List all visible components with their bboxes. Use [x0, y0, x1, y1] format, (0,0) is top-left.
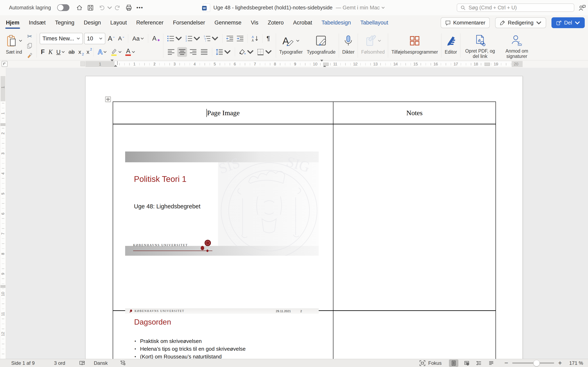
request-signatures-button[interactable]: x Anmod om signaturer — [498, 32, 535, 59]
pilcrow-icon[interactable]: ¶ — [265, 33, 271, 44]
font-name-select[interactable]: Times New... — [40, 33, 83, 44]
ribbon-tab[interactable]: Tegning — [51, 15, 79, 30]
feedback-icon[interactable] — [578, 4, 586, 12]
style-pane-button[interactable]: Typografirude — [305, 32, 338, 59]
indent-markers[interactable] — [111, 61, 114, 67]
align-center-icon[interactable] — [177, 47, 187, 57]
table-header-notes[interactable]: Notes — [333, 102, 495, 124]
justify-icon[interactable] — [199, 47, 209, 57]
shrink-font-icon[interactable]: Aˇ — [117, 33, 125, 44]
undo-chevron-icon[interactable] — [107, 2, 112, 13]
zoom-out-icon[interactable]: − — [503, 359, 509, 367]
search-input[interactable]: Søg (Cmd + Ctrl + U) — [457, 3, 574, 12]
underline-icon[interactable]: U — [55, 46, 66, 58]
print-layout-view-icon[interactable] — [449, 359, 458, 367]
slide-1-image[interactable]: SIS SIG Politisk Teori 1 Uge 48: Ligheds… — [125, 151, 319, 256]
ribbon-tab[interactable]: Tabeldesign — [317, 15, 356, 30]
table-column-marker[interactable] — [323, 63, 329, 66]
zoom-slider-knob[interactable] — [533, 360, 540, 366]
table-header-page-image[interactable]: Page Image — [113, 102, 333, 124]
shading-icon[interactable] — [238, 47, 255, 57]
home-icon[interactable] — [74, 2, 85, 13]
borders-icon[interactable] — [256, 47, 273, 57]
font-color-icon[interactable]: A — [124, 46, 136, 58]
addins-button[interactable]: Tilføjelsesprogrammer — [389, 32, 440, 59]
ribbon-tab[interactable]: Hjem — [1, 15, 24, 30]
cut-icon[interactable]: ✂ — [25, 32, 34, 40]
ribbon-tab[interactable]: Referencer — [131, 15, 168, 30]
strikethrough-icon[interactable]: ab — [67, 46, 76, 58]
outline-view-icon[interactable] — [474, 359, 484, 367]
change-case-icon[interactable]: Aa — [131, 33, 145, 44]
format-painter-icon[interactable] — [25, 51, 34, 59]
ribbon-tab[interactable]: Forsendelser — [168, 15, 210, 30]
word-count[interactable]: 3 ord — [54, 360, 65, 366]
text-effects-icon[interactable]: A — [96, 46, 108, 58]
align-left-icon[interactable] — [166, 47, 176, 57]
align-right-icon[interactable] — [188, 47, 198, 57]
track-changes-icon[interactable] — [120, 360, 126, 366]
web-layout-view-icon[interactable] — [462, 359, 471, 367]
increase-indent-icon[interactable] — [236, 34, 245, 43]
proofing-icon[interactable] — [79, 360, 85, 366]
language-indicator[interactable]: Dansk — [94, 360, 108, 366]
document-page[interactable]: Page Image Notes — [85, 76, 523, 359]
undo-icon[interactable] — [96, 2, 107, 13]
draft-view-icon[interactable] — [486, 359, 496, 367]
decrease-indent-icon[interactable] — [225, 34, 234, 43]
ribbon-tab[interactable]: Vis — [246, 15, 263, 30]
multilevel-list-icon[interactable]: 1ai — [203, 34, 219, 43]
clear-formatting-icon[interactable]: A◆ — [151, 33, 160, 44]
table-row-marker[interactable] — [0, 123, 6, 126]
page-count[interactable]: Side 1 af 9 — [11, 360, 35, 366]
highlight-icon[interactable] — [109, 46, 123, 58]
font-size-select[interactable]: 10 — [84, 33, 105, 44]
italic-icon[interactable]: K — [47, 46, 54, 58]
table-column-marker[interactable] — [484, 63, 490, 66]
sort-icon[interactable]: AÅ — [251, 34, 259, 43]
tab-selector-icon[interactable] — [2, 61, 8, 67]
slide-2-image[interactable]: KØBENHAVNS UNIVERSITET 29.11.2021 2 Dags… — [125, 308, 319, 359]
editing-mode-button[interactable]: Redigering — [495, 17, 546, 28]
save-icon[interactable] — [85, 2, 96, 13]
vertical-ruler[interactable]: 1 123456789101112 — [0, 68, 6, 359]
notes-header-label: Notes — [406, 109, 423, 117]
sensitivity-button[interactable]: Følsomhed — [359, 32, 387, 59]
more-icon[interactable]: ••• — [134, 2, 145, 13]
saved-status[interactable]: — Gemt i min Mac — [336, 4, 385, 11]
styles-button[interactable]: A Typografier — [277, 32, 305, 59]
ribbon-tab[interactable]: Design — [79, 15, 105, 30]
autosave-toggle[interactable] — [57, 4, 69, 11]
ribbon-tab[interactable]: Indsæt — [24, 15, 51, 30]
print-icon[interactable] — [123, 2, 134, 13]
redo-icon[interactable] — [112, 2, 123, 13]
comments-button[interactable]: Kommentarer — [441, 17, 490, 28]
ribbon-tab[interactable]: Tabellayout — [356, 15, 393, 30]
zoom-in-icon[interactable]: + — [557, 359, 563, 367]
share-button[interactable]: Del — [552, 17, 585, 28]
focus-label[interactable]: Fokus — [428, 360, 442, 366]
table-row-marker[interactable] — [0, 285, 6, 288]
superscript-icon[interactable]: x2 — [85, 46, 91, 58]
numbered-list-icon[interactable]: 123 — [184, 34, 201, 43]
grow-font-icon[interactable]: Aˆ — [107, 33, 116, 44]
copy-icon[interactable] — [25, 42, 34, 50]
clipboard-small-buttons: ✂ — [25, 32, 34, 59]
zoom-slider[interactable] — [512, 363, 554, 364]
ribbon-tab[interactable]: Zotero — [263, 15, 288, 30]
paste-button[interactable]: Sæt ind — [4, 32, 24, 59]
ribbon-tab[interactable]: Acrobat — [288, 15, 317, 30]
subscript-icon[interactable]: x2 — [77, 46, 82, 58]
ribbon-tab[interactable]: Gennemse — [210, 15, 246, 30]
line-spacing-icon[interactable] — [215, 47, 232, 57]
zoom-percentage[interactable]: 171 % — [569, 360, 583, 366]
create-pdf-button[interactable]: Opret PDF, og del link — [462, 32, 498, 59]
editor-button[interactable]: Editor — [443, 32, 459, 59]
ribbon-tab[interactable]: Layout — [105, 15, 131, 30]
table-move-handle[interactable] — [105, 96, 111, 102]
focus-icon[interactable] — [419, 360, 425, 366]
bullet-list-icon[interactable] — [166, 34, 183, 43]
dictate-button[interactable]: Dikter — [340, 32, 356, 59]
bold-icon[interactable]: F — [40, 46, 46, 58]
horizontal-ruler[interactable]: 1 1234567891011121314151617181920 — [85, 61, 523, 67]
